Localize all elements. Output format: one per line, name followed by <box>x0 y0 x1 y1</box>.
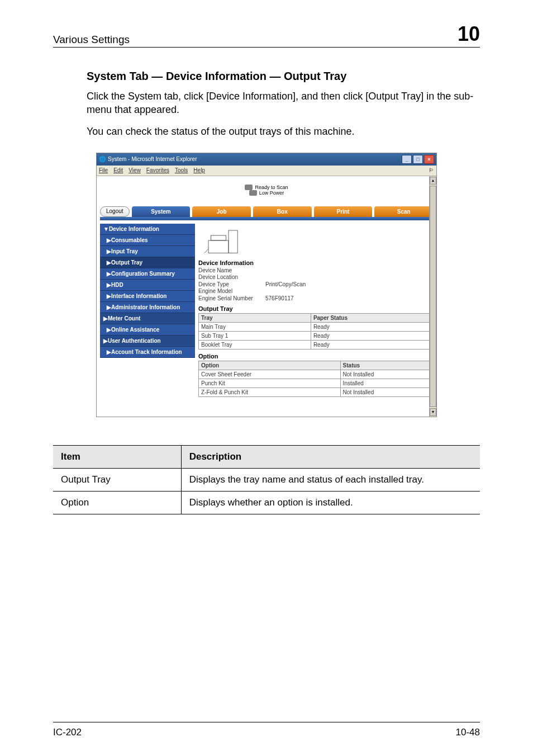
cell: Punch Kit <box>199 379 341 388</box>
vertical-scrollbar[interactable]: ▴ ▾ <box>429 176 436 417</box>
ie-icon: 🌐 <box>99 156 106 162</box>
cell-item: Option <box>53 491 181 514</box>
status-icon-scan <box>245 185 253 190</box>
cell: Not Installed <box>340 388 432 397</box>
col-tray: Tray <box>199 314 311 323</box>
col-description: Description <box>181 445 480 468</box>
tab-row: Logout System Job Box Print Scan <box>97 204 436 217</box>
table-option: Option Status Cover Sheet FeederNot Inst… <box>198 361 433 397</box>
cell-desc: Displays the tray name and status of eac… <box>181 468 480 491</box>
scroll-up-button[interactable]: ▴ <box>430 177 436 185</box>
sidebar: ▼Device Information ▶Consumables ▶Input … <box>100 224 195 401</box>
kv-key: Engine Model <box>198 288 265 295</box>
status-icon-power <box>249 190 257 196</box>
page-footer: IC-202 10-48 <box>53 722 480 738</box>
menu-tools[interactable]: Tools <box>175 167 188 173</box>
page-title: Various Settings <box>53 34 130 46</box>
kv-key: Device Location <box>198 274 265 281</box>
sidebar-administrator-information[interactable]: ▶Administrator Information <box>100 302 195 313</box>
item-description-table: Item Description Output Tray Displays th… <box>53 445 480 514</box>
heading-option: Option <box>198 353 433 360</box>
cell: Ready <box>311 332 432 341</box>
kv-key: Engine Serial Number <box>198 295 265 303</box>
status-text-1: Ready to Scan <box>255 185 288 190</box>
table-row: Booklet TrayReady <box>199 341 433 349</box>
footer-left: IC-202 <box>53 727 82 738</box>
sidebar-account-track-information[interactable]: ▶Account Track Information <box>100 347 195 358</box>
sidebar-consumables[interactable]: ▶Consumables <box>100 235 195 246</box>
col-option: Option <box>199 361 341 370</box>
sidebar-input-tray[interactable]: ▶Input Tray <box>100 246 195 257</box>
ie-flag-icon: 🏳 <box>429 167 434 173</box>
table-row: Main TrayReady <box>199 323 433 332</box>
menu-file[interactable]: File <box>99 167 108 173</box>
tab-job[interactable]: Job <box>192 206 251 217</box>
menu-view[interactable]: View <box>129 167 141 173</box>
status-area: Ready to Scan Low Power <box>97 176 436 204</box>
window-titlebar: 🌐 System - Microsoft Internet Explorer _… <box>97 153 436 166</box>
body-paragraph-1: Click the System tab, click [Device Info… <box>87 89 480 117</box>
sidebar-interface-information[interactable]: ▶Interface Information <box>100 291 195 302</box>
col-item: Item <box>53 445 181 468</box>
table-row: Option Displays whether an option is ins… <box>53 491 480 514</box>
cell: Ready <box>311 323 432 332</box>
table-row: Cover Sheet FeederNot Installed <box>199 370 433 379</box>
scroll-down-button[interactable]: ▾ <box>430 408 436 416</box>
svg-rect-2 <box>211 235 226 240</box>
tab-system[interactable]: System <box>132 206 191 217</box>
status-text-2: Low Power <box>259 190 284 196</box>
cell: Sub Tray 1 <box>199 332 311 341</box>
minimize-button[interactable]: _ <box>402 155 412 164</box>
device-illustration <box>198 224 249 257</box>
heading-output-tray: Output Tray <box>198 305 433 312</box>
sidebar-meter-count[interactable]: ▶Meter Count <box>100 313 195 324</box>
close-button[interactable]: × <box>424 155 434 164</box>
maximize-button[interactable]: □ <box>413 155 423 164</box>
menu-help[interactable]: Help <box>193 167 205 173</box>
tab-strip <box>100 217 433 220</box>
cell: Installed <box>340 379 432 388</box>
tab-print[interactable]: Print <box>314 206 373 217</box>
sidebar-output-tray[interactable]: ▶Output Tray <box>100 257 195 268</box>
cell: Cover Sheet Feeder <box>199 370 341 379</box>
sidebar-device-information[interactable]: ▼Device Information <box>100 224 195 235</box>
sidebar-online-assistance[interactable]: ▶Online Assistance <box>100 324 195 336</box>
body-paragraph-2: You can check the status of the output t… <box>87 125 480 138</box>
tab-box[interactable]: Box <box>253 206 312 217</box>
menu-favorites[interactable]: Favorites <box>146 167 169 173</box>
svg-rect-0 <box>208 240 229 253</box>
scroll-thumb[interactable] <box>430 186 436 407</box>
cell: Not Installed <box>340 370 432 379</box>
kv-key: Device Name <box>198 267 265 275</box>
sidebar-hdd[interactable]: ▶HDD <box>100 280 195 291</box>
kv-key: Device Type <box>198 281 265 289</box>
footer-right: 10-48 <box>456 727 480 738</box>
logout-button[interactable]: Logout <box>100 206 130 217</box>
window-title: System - Microsoft Internet Explorer <box>108 156 197 162</box>
cell: Z-Fold & Punch Kit <box>199 388 341 397</box>
kv-val: Print/Copy/Scan <box>265 281 306 289</box>
svg-line-3 <box>204 249 208 253</box>
cell-item: Output Tray <box>53 468 181 491</box>
panel: Device Information Device Name Device Lo… <box>198 224 433 401</box>
chapter-number: 10 <box>458 22 480 46</box>
table-row: Sub Tray 1Ready <box>199 332 433 341</box>
table-row: Z-Fold & Punch KitNot Installed <box>199 388 433 397</box>
screenshot: 🌐 System - Microsoft Internet Explorer _… <box>96 153 437 417</box>
menu-edit[interactable]: Edit <box>113 167 123 173</box>
section-title: System Tab — Device Information — Output… <box>87 70 480 83</box>
device-info-list: Device Name Device Location Device TypeP… <box>198 267 433 303</box>
tab-scan[interactable]: Scan <box>374 206 433 217</box>
kv-val: 576F90117 <box>265 295 294 303</box>
cell: Main Tray <box>199 323 311 332</box>
page-header: Various Settings 10 <box>53 22 480 48</box>
menubar: File Edit View Favorites Tools Help 🏳 <box>97 166 436 176</box>
svg-rect-1 <box>229 230 237 253</box>
cell-desc: Displays whether an option is installed. <box>181 491 480 514</box>
cell: Booklet Tray <box>199 341 311 349</box>
table-row: Punch KitInstalled <box>199 379 433 388</box>
sidebar-configuration-summary[interactable]: ▶Configuration Summary <box>100 268 195 280</box>
table-output-tray: Tray Paper Status Main TrayReady Sub Tra… <box>198 313 433 349</box>
col-status: Status <box>340 361 432 370</box>
sidebar-user-authentication[interactable]: ▶User Authentication <box>100 336 195 347</box>
